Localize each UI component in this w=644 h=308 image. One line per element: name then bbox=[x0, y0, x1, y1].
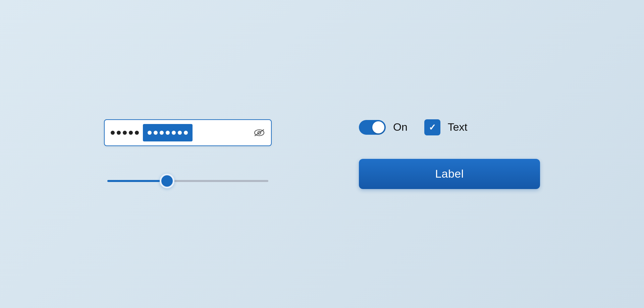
dot-sel-5 bbox=[172, 131, 176, 135]
checkbox[interactable]: ✓ bbox=[424, 119, 440, 135]
slider-track bbox=[107, 180, 268, 182]
dot-plain-5 bbox=[135, 131, 139, 135]
dot-sel-4 bbox=[166, 131, 170, 135]
dot-plain-2 bbox=[117, 131, 121, 135]
main-container: On ✓ Text Label bbox=[87, 119, 557, 189]
checkmark-icon: ✓ bbox=[429, 123, 436, 132]
toggle-label: On bbox=[393, 121, 408, 133]
dot-sel-6 bbox=[178, 131, 182, 135]
dot-plain-4 bbox=[129, 131, 133, 135]
right-column: On ✓ Text Label bbox=[359, 119, 540, 189]
dot-sel-7 bbox=[184, 131, 188, 135]
toggle-knob bbox=[372, 121, 384, 133]
dot-sel-3 bbox=[160, 131, 164, 135]
range-slider[interactable] bbox=[104, 173, 272, 189]
checkbox-label: Text bbox=[448, 121, 468, 133]
password-plain-dots bbox=[111, 131, 139, 135]
dot-plain-1 bbox=[111, 131, 115, 135]
dot-plain-3 bbox=[123, 131, 127, 135]
toggle-group: On bbox=[359, 120, 408, 135]
left-column bbox=[104, 119, 272, 189]
label-button[interactable]: Label bbox=[359, 159, 540, 189]
toggle-switch[interactable] bbox=[359, 120, 386, 135]
dot-sel-2 bbox=[154, 131, 158, 135]
show-password-button[interactable] bbox=[254, 127, 265, 138]
password-input[interactable] bbox=[104, 119, 272, 146]
slider-thumb[interactable] bbox=[160, 174, 174, 188]
checkbox-group: ✓ Text bbox=[424, 119, 468, 135]
dot-sel-1 bbox=[148, 131, 152, 135]
eye-icon bbox=[254, 127, 265, 138]
slider-fill bbox=[107, 180, 167, 182]
controls-row: On ✓ Text bbox=[359, 119, 540, 135]
password-selected-dots bbox=[143, 124, 193, 141]
